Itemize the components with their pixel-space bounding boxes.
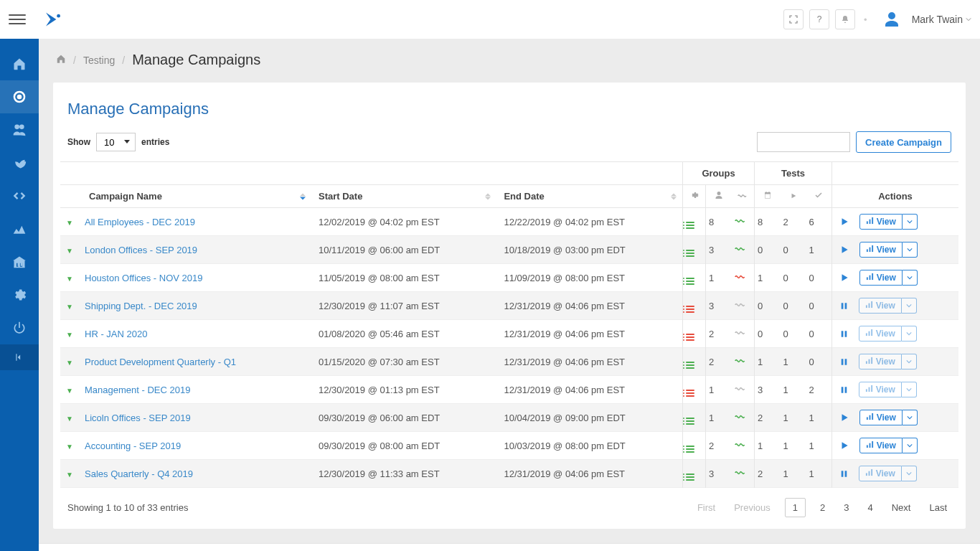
sidebar-item-campaigns[interactable]	[0, 80, 39, 113]
expand-row-button[interactable]: ▼	[63, 471, 76, 479]
play-icon[interactable]	[839, 441, 849, 451]
campaign-link[interactable]: Houston Offices - NOV 2019	[85, 273, 203, 283]
view-dropdown-button[interactable]	[903, 410, 918, 425]
sidebar-item-library[interactable]	[0, 245, 39, 278]
breadcrumb-section[interactable]: Testing	[83, 55, 115, 66]
fullscreen-button[interactable]	[783, 9, 804, 29]
svg-rect-26	[869, 443, 870, 448]
play-icon[interactable]	[839, 245, 849, 255]
tests-running: 1	[781, 460, 806, 488]
table-row: ▼ Management - DEC 2019 12/30/2019 @ 01:…	[60, 376, 958, 404]
view-button[interactable]: View	[859, 214, 903, 230]
groups-count: 1	[706, 264, 732, 292]
campaign-link[interactable]: Shipping Dept. - DEC 2019	[85, 301, 197, 311]
col-end-date[interactable]: End Date	[496, 185, 682, 208]
page-3[interactable]: 3	[839, 499, 853, 516]
sidebar-item-reports[interactable]	[0, 212, 39, 245]
page-next[interactable]: Next	[887, 499, 915, 516]
campaign-link[interactable]: Licoln Offices - SEP 2019	[85, 413, 191, 423]
svg-point-0	[57, 14, 60, 18]
view-button[interactable]: View	[859, 242, 903, 258]
sidebar-item-power[interactable]	[0, 311, 39, 344]
campaign-link[interactable]: Management - DEC 2019	[85, 385, 190, 395]
view-button[interactable]: View	[859, 410, 903, 425]
sidebar-item-home[interactable]	[0, 47, 39, 80]
pause-icon[interactable]	[839, 329, 849, 339]
page-previous[interactable]: Previous	[730, 499, 775, 516]
view-button[interactable]: View	[859, 270, 903, 286]
svg-rect-1	[867, 221, 868, 224]
expand-row-button[interactable]: ▼	[63, 303, 76, 311]
sidebar-item-code[interactable]	[0, 179, 39, 212]
help-button[interactable]: ?	[809, 9, 829, 29]
tests-complete: 0	[806, 320, 832, 348]
expand-row-button[interactable]: ▼	[63, 387, 76, 395]
view-dropdown-button[interactable]	[902, 298, 917, 314]
svg-rect-29	[868, 471, 870, 476]
table-row: ▼ Shipping Dept. - DEC 2019 12/30/2019 @…	[60, 292, 958, 320]
play-icon[interactable]	[839, 413, 849, 423]
view-dropdown-button[interactable]	[903, 438, 918, 453]
tests-complete: 0	[806, 264, 832, 292]
view-button[interactable]: View	[859, 326, 902, 342]
sidebar-collapse-button[interactable]	[0, 344, 39, 370]
expand-row-button[interactable]: ▼	[63, 275, 76, 283]
expand-row-button[interactable]: ▼	[63, 443, 76, 451]
campaign-link[interactable]: Product Development Quarterly - Q1	[85, 357, 236, 367]
view-dropdown-button[interactable]	[903, 214, 918, 230]
breadcrumb: / Testing / Manage Campaigns	[39, 39, 980, 83]
page-first[interactable]: First	[693, 499, 720, 516]
pause-icon[interactable]	[839, 357, 849, 367]
expand-row-button[interactable]: ▼	[63, 359, 76, 367]
expand-row-button[interactable]: ▼	[63, 415, 76, 423]
expand-row-button[interactable]: ▼	[63, 247, 76, 255]
play-icon[interactable]	[839, 273, 849, 283]
view-button[interactable]: View	[859, 298, 902, 314]
play-icon[interactable]	[839, 217, 849, 227]
pause-icon[interactable]	[839, 385, 849, 395]
sidebar-item-settings[interactable]	[0, 278, 39, 311]
pause-icon[interactable]	[839, 301, 849, 311]
notifications-button[interactable]	[835, 9, 855, 29]
expand-row-button[interactable]: ▼	[63, 219, 76, 227]
col-campaign-name[interactable]: Campaign Name	[82, 185, 311, 208]
view-dropdown-button[interactable]	[902, 326, 917, 342]
page-last[interactable]: Last	[925, 499, 951, 516]
svg-rect-4	[867, 249, 868, 252]
page-4[interactable]: 4	[863, 499, 877, 516]
campaign-link[interactable]: HR - JAN 2020	[85, 329, 147, 339]
create-campaign-button[interactable]: Create Campaign	[856, 131, 951, 153]
user-avatar[interactable]	[883, 11, 900, 28]
view-dropdown-button[interactable]	[903, 242, 918, 258]
campaign-link[interactable]: Accounting - SEP 2019	[85, 441, 181, 451]
view-button[interactable]: View	[859, 354, 902, 369]
end-date-cell: 11/09/2019 @ 08:00 pm EST	[496, 264, 682, 292]
end-date-cell: 12/31/2019 @ 04:06 pm EST	[496, 460, 682, 488]
breadcrumb-home[interactable]	[56, 54, 66, 66]
view-dropdown-button[interactable]	[902, 382, 917, 397]
entries-select[interactable]: 10	[96, 133, 136, 151]
page-2[interactable]: 2	[816, 499, 829, 516]
page-1[interactable]: 1	[785, 498, 806, 517]
view-button[interactable]: View	[859, 382, 902, 397]
view-button[interactable]: View	[859, 438, 903, 453]
table-row: ▼ Houston Offices - NOV 2019 11/05/2019 …	[60, 264, 958, 292]
view-dropdown-button[interactable]	[902, 466, 917, 481]
campaign-link[interactable]: All Employees - DEC 2019	[85, 217, 195, 227]
tests-running: 1	[781, 348, 806, 376]
pause-icon[interactable]	[839, 469, 849, 479]
campaign-link[interactable]: London Offices - SEP 2019	[85, 245, 197, 255]
sidebar-item-users[interactable]	[0, 113, 39, 146]
col-start-date[interactable]: Start Date	[311, 185, 496, 208]
start-date-cell: 09/30/2019 @ 06:00 am EDT	[311, 404, 496, 432]
menu-toggle-button[interactable]	[9, 11, 26, 28]
user-menu[interactable]: Mark Twain	[912, 14, 971, 25]
sidebar-item-templates[interactable]	[0, 146, 39, 179]
expand-row-button[interactable]: ▼	[63, 331, 76, 339]
search-input[interactable]	[757, 132, 850, 152]
view-dropdown-button[interactable]	[903, 270, 918, 286]
view-dropdown-button[interactable]	[902, 354, 917, 369]
logo[interactable]	[40, 8, 63, 31]
campaign-link[interactable]: Sales Quarterly - Q4 2019	[85, 468, 193, 479]
view-button[interactable]: View	[859, 466, 902, 481]
